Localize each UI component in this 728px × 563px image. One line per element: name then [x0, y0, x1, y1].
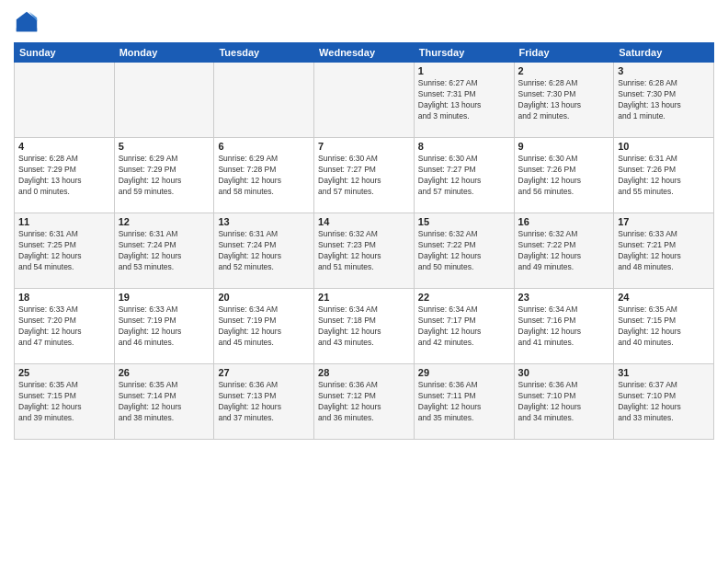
day-number: 12	[119, 216, 210, 227]
day-number: 4	[18, 141, 110, 152]
day-number: 22	[418, 292, 510, 303]
week-row-1: 1Sunrise: 6:27 AM Sunset: 7:31 PM Daylig…	[15, 63, 714, 138]
day-number: 26	[119, 367, 210, 378]
day-cell: 29Sunrise: 6:36 AM Sunset: 7:11 PM Dayli…	[414, 364, 514, 440]
day-number: 14	[318, 216, 410, 227]
day-number: 29	[418, 367, 510, 378]
header-row: SundayMondayTuesdayWednesdayThursdayFrid…	[15, 43, 714, 63]
day-cell	[214, 63, 314, 138]
day-number: 19	[119, 292, 210, 303]
day-number: 27	[218, 367, 310, 378]
day-number: 24	[618, 292, 710, 303]
day-info: Sunrise: 6:31 AM Sunset: 7:26 PM Dayligh…	[618, 154, 710, 198]
day-info: Sunrise: 6:35 AM Sunset: 7:14 PM Dayligh…	[119, 380, 210, 424]
day-info: Sunrise: 6:33 AM Sunset: 7:20 PM Dayligh…	[18, 304, 110, 349]
day-cell: 28Sunrise: 6:36 AM Sunset: 7:12 PM Dayli…	[314, 364, 415, 440]
day-info: Sunrise: 6:27 AM Sunset: 7:31 PM Dayligh…	[418, 78, 510, 122]
day-number: 31	[618, 367, 710, 378]
day-number: 3	[618, 65, 710, 76]
day-cell: 1Sunrise: 6:27 AM Sunset: 7:31 PM Daylig…	[414, 63, 514, 138]
svg-rect-2	[17, 29, 37, 32]
day-cell: 5Sunrise: 6:29 AM Sunset: 7:29 PM Daylig…	[114, 138, 214, 213]
day-info: Sunrise: 6:31 AM Sunset: 7:24 PM Dayligh…	[119, 229, 210, 273]
day-number: 11	[18, 216, 110, 227]
day-info: Sunrise: 6:28 AM Sunset: 7:29 PM Dayligh…	[18, 154, 110, 198]
day-info: Sunrise: 6:35 AM Sunset: 7:15 PM Dayligh…	[618, 304, 710, 349]
week-row-4: 18Sunrise: 6:33 AM Sunset: 7:20 PM Dayli…	[15, 289, 714, 364]
day-cell: 30Sunrise: 6:36 AM Sunset: 7:10 PM Dayli…	[514, 364, 614, 440]
col-header-sunday: Sunday	[15, 43, 115, 63]
day-info: Sunrise: 6:31 AM Sunset: 7:25 PM Dayligh…	[18, 229, 110, 273]
col-header-friday: Friday	[514, 43, 614, 63]
day-cell: 3Sunrise: 6:28 AM Sunset: 7:30 PM Daylig…	[614, 63, 714, 138]
week-row-5: 25Sunrise: 6:35 AM Sunset: 7:15 PM Dayli…	[15, 364, 714, 440]
day-cell: 18Sunrise: 6:33 AM Sunset: 7:20 PM Dayli…	[15, 289, 115, 364]
day-cell: 10Sunrise: 6:31 AM Sunset: 7:26 PM Dayli…	[614, 138, 714, 213]
day-number: 2	[518, 65, 610, 76]
day-number: 15	[418, 216, 510, 227]
day-number: 28	[318, 367, 410, 378]
day-cell: 17Sunrise: 6:33 AM Sunset: 7:21 PM Dayli…	[614, 213, 714, 289]
day-info: Sunrise: 6:32 AM Sunset: 7:22 PM Dayligh…	[418, 229, 510, 273]
day-number: 10	[618, 141, 710, 152]
day-cell: 31Sunrise: 6:37 AM Sunset: 7:10 PM Dayli…	[614, 364, 714, 440]
logo	[14, 9, 43, 35]
day-cell: 14Sunrise: 6:32 AM Sunset: 7:23 PM Dayli…	[314, 213, 415, 289]
col-header-thursday: Thursday	[414, 43, 514, 63]
day-number: 9	[518, 141, 610, 152]
day-info: Sunrise: 6:36 AM Sunset: 7:12 PM Dayligh…	[318, 380, 410, 424]
calendar-table: SundayMondayTuesdayWednesdayThursdayFrid…	[14, 42, 714, 440]
day-number: 25	[18, 367, 110, 378]
day-info: Sunrise: 6:30 AM Sunset: 7:26 PM Dayligh…	[518, 154, 610, 198]
col-header-saturday: Saturday	[614, 43, 714, 63]
day-cell: 7Sunrise: 6:30 AM Sunset: 7:27 PM Daylig…	[314, 138, 415, 213]
day-info: Sunrise: 6:34 AM Sunset: 7:16 PM Dayligh…	[518, 304, 610, 349]
day-cell: 8Sunrise: 6:30 AM Sunset: 7:27 PM Daylig…	[414, 138, 514, 213]
day-cell: 19Sunrise: 6:33 AM Sunset: 7:19 PM Dayli…	[114, 289, 214, 364]
day-cell: 27Sunrise: 6:36 AM Sunset: 7:13 PM Dayli…	[214, 364, 314, 440]
col-header-wednesday: Wednesday	[314, 43, 415, 63]
day-cell: 2Sunrise: 6:28 AM Sunset: 7:30 PM Daylig…	[514, 63, 614, 138]
day-number: 7	[318, 141, 410, 152]
day-info: Sunrise: 6:31 AM Sunset: 7:24 PM Dayligh…	[218, 229, 310, 273]
day-info: Sunrise: 6:30 AM Sunset: 7:27 PM Dayligh…	[418, 154, 510, 198]
day-cell: 25Sunrise: 6:35 AM Sunset: 7:15 PM Dayli…	[15, 364, 115, 440]
day-cell	[15, 63, 115, 138]
day-info: Sunrise: 6:34 AM Sunset: 7:17 PM Dayligh…	[418, 304, 510, 349]
day-info: Sunrise: 6:33 AM Sunset: 7:19 PM Dayligh…	[119, 304, 210, 349]
day-cell: 9Sunrise: 6:30 AM Sunset: 7:26 PM Daylig…	[514, 138, 614, 213]
day-cell: 22Sunrise: 6:34 AM Sunset: 7:17 PM Dayli…	[414, 289, 514, 364]
day-info: Sunrise: 6:32 AM Sunset: 7:22 PM Dayligh…	[518, 229, 610, 273]
col-header-tuesday: Tuesday	[214, 43, 314, 63]
day-cell: 24Sunrise: 6:35 AM Sunset: 7:15 PM Dayli…	[614, 289, 714, 364]
day-cell: 21Sunrise: 6:34 AM Sunset: 7:18 PM Dayli…	[314, 289, 415, 364]
day-number: 16	[518, 216, 610, 227]
day-cell	[314, 63, 415, 138]
day-info: Sunrise: 6:34 AM Sunset: 7:18 PM Dayligh…	[318, 304, 410, 349]
day-info: Sunrise: 6:28 AM Sunset: 7:30 PM Dayligh…	[618, 78, 710, 122]
day-number: 18	[18, 292, 110, 303]
day-info: Sunrise: 6:30 AM Sunset: 7:27 PM Dayligh…	[318, 154, 410, 198]
day-info: Sunrise: 6:37 AM Sunset: 7:10 PM Dayligh…	[618, 380, 710, 424]
day-info: Sunrise: 6:34 AM Sunset: 7:19 PM Dayligh…	[218, 304, 310, 349]
day-cell: 16Sunrise: 6:32 AM Sunset: 7:22 PM Dayli…	[514, 213, 614, 289]
day-number: 23	[518, 292, 610, 303]
week-row-3: 11Sunrise: 6:31 AM Sunset: 7:25 PM Dayli…	[15, 213, 714, 289]
day-info: Sunrise: 6:29 AM Sunset: 7:29 PM Dayligh…	[119, 154, 210, 198]
day-cell: 23Sunrise: 6:34 AM Sunset: 7:16 PM Dayli…	[514, 289, 614, 364]
day-info: Sunrise: 6:28 AM Sunset: 7:30 PM Dayligh…	[518, 78, 610, 122]
col-header-monday: Monday	[114, 43, 214, 63]
day-info: Sunrise: 6:33 AM Sunset: 7:21 PM Dayligh…	[618, 229, 710, 273]
day-cell: 12Sunrise: 6:31 AM Sunset: 7:24 PM Dayli…	[114, 213, 214, 289]
header	[14, 9, 714, 35]
day-cell: 26Sunrise: 6:35 AM Sunset: 7:14 PM Dayli…	[114, 364, 214, 440]
day-number: 17	[618, 216, 710, 227]
day-cell: 11Sunrise: 6:31 AM Sunset: 7:25 PM Dayli…	[15, 213, 115, 289]
page: SundayMondayTuesdayWednesdayThursdayFrid…	[0, 0, 728, 563]
day-info: Sunrise: 6:35 AM Sunset: 7:15 PM Dayligh…	[18, 380, 110, 424]
day-number: 5	[119, 141, 210, 152]
day-number: 8	[418, 141, 510, 152]
day-cell: 13Sunrise: 6:31 AM Sunset: 7:24 PM Dayli…	[214, 213, 314, 289]
day-cell: 6Sunrise: 6:29 AM Sunset: 7:28 PM Daylig…	[214, 138, 314, 213]
day-info: Sunrise: 6:36 AM Sunset: 7:11 PM Dayligh…	[418, 380, 510, 424]
